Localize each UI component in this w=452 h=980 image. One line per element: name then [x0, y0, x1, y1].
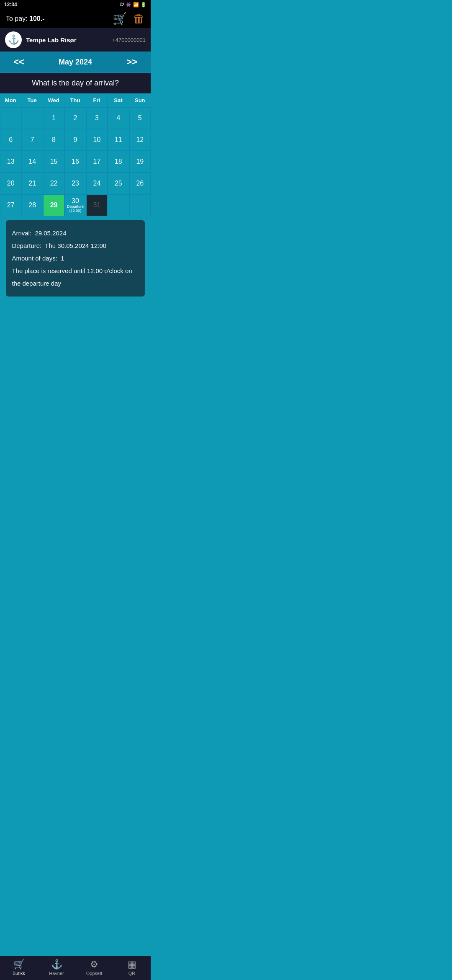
cal-cell-11[interactable]: 11 — [108, 129, 129, 151]
status-bar: 12:34 🛡 👾 📶 🔋 — [0, 0, 151, 9]
cal-cell-26[interactable]: 26 — [129, 173, 151, 194]
amount-days-line: Amount of days: 1 — [12, 252, 139, 265]
prev-month-button[interactable]: << — [0, 52, 38, 72]
anchor-logo: ⚓ — [5, 31, 22, 48]
cal-cell-10[interactable]: 10 — [86, 129, 108, 151]
day-header-sat: Sat — [108, 94, 129, 107]
cal-cell-29-selected[interactable]: 29 — [43, 194, 64, 216]
cal-cell-31[interactable]: 31 — [86, 194, 108, 216]
cal-cell-25[interactable]: 25 — [108, 173, 129, 194]
calendar-grid: 1 2 3 4 5 6 7 8 9 10 11 12 13 14 15 16 1… — [0, 107, 151, 216]
cal-cell-13[interactable]: 13 — [0, 151, 21, 173]
cal-cell-21[interactable]: 21 — [21, 173, 43, 194]
day-header-wed: Wed — [43, 94, 64, 107]
venue-phone: +4700000001 — [112, 37, 146, 43]
venue-row: ⚓ Tempe Lab Risør +4700000001 — [0, 28, 151, 52]
cal-cell-14[interactable]: 14 — [21, 151, 43, 173]
next-month-button[interactable]: >> — [113, 52, 151, 72]
cal-cell-5[interactable]: 5 — [129, 107, 151, 129]
day-header-thu: Thu — [64, 94, 86, 107]
cal-cell-8[interactable]: 8 — [43, 129, 64, 151]
cal-cell-24[interactable]: 24 — [86, 173, 108, 194]
calendar-nav: << May 2024 >> — [0, 52, 151, 73]
venue-name: Tempe Lab Risør — [26, 36, 108, 44]
cal-cell-empty — [129, 194, 151, 216]
departure-line: Departure: Thu 30.05.2024 12:00 — [12, 240, 139, 252]
reserve-note: The place is reserved until 12.00 o'cloc… — [12, 265, 139, 290]
cal-cell-6[interactable]: 6 — [0, 129, 21, 151]
cal-cell-empty — [0, 107, 21, 129]
cal-cell-9[interactable]: 9 — [64, 129, 86, 151]
cal-cell-4[interactable]: 4 — [108, 107, 129, 129]
cal-cell-15[interactable]: 15 — [43, 151, 64, 173]
cal-cell-27[interactable]: 27 — [0, 194, 21, 216]
cal-cell-22[interactable]: 22 — [43, 173, 64, 194]
cal-cell-18[interactable]: 18 — [108, 151, 129, 173]
cal-cell-23[interactable]: 23 — [64, 173, 86, 194]
month-year-title: May 2024 — [38, 58, 113, 67]
cal-cell-7[interactable]: 7 — [21, 129, 43, 151]
cal-cell-12[interactable]: 12 — [129, 129, 151, 151]
summary-box: Arrival: 29.05.2024 Departure: Thu 30.05… — [6, 220, 144, 297]
day-header-mon: Mon — [0, 94, 21, 107]
cal-cell-20[interactable]: 20 — [0, 173, 21, 194]
day-header-fri: Fri — [86, 94, 108, 107]
cal-cell-empty — [108, 194, 129, 216]
to-pay-label: To pay: 100.- — [6, 15, 45, 23]
cal-cell-17[interactable]: 17 — [86, 151, 108, 173]
status-time: 12:34 — [4, 2, 17, 8]
top-bar: To pay: 100.- 🛒 🗑 — [0, 9, 151, 28]
cal-cell-1[interactable]: 1 — [43, 107, 64, 129]
cal-cell-30-departure[interactable]: 30 Departure(12:00) — [64, 194, 86, 216]
top-icons: 🛒 🗑 — [113, 12, 145, 26]
status-icons: 🛡 👾 📶 🔋 — [119, 2, 146, 8]
cal-cell-2[interactable]: 2 — [64, 107, 86, 129]
arrival-line: Arrival: 29.05.2024 — [12, 227, 139, 240]
day-header-sun: Sun — [129, 94, 151, 107]
cal-cell-28[interactable]: 28 — [21, 194, 43, 216]
delete-icon[interactable]: 🗑 — [133, 12, 145, 26]
cal-cell-16[interactable]: 16 — [64, 151, 86, 173]
cal-cell-empty — [21, 107, 43, 129]
day-headers: Mon Tue Wed Thu Fri Sat Sun — [0, 93, 151, 107]
cart-icon[interactable]: 🛒 — [113, 12, 127, 26]
cal-cell-19[interactable]: 19 — [129, 151, 151, 173]
cal-cell-3[interactable]: 3 — [86, 107, 108, 129]
day-header-tue: Tue — [21, 94, 43, 107]
arrival-question: What is the day of arrival? — [0, 73, 151, 93]
